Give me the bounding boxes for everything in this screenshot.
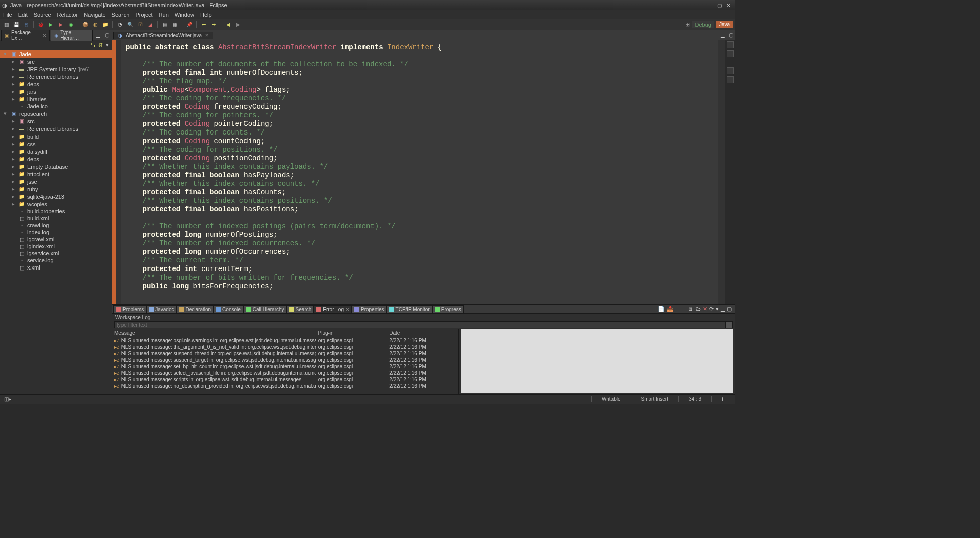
log-row[interactable]: ▸⚠NLS unused message: suspend_thread in:… — [112, 350, 458, 357]
tree-item[interactable]: ▸📁build — [0, 132, 112, 140]
code-editor[interactable]: public abstract class AbstractBitStreamI… — [112, 40, 725, 304]
maximize-view-icon[interactable]: ▢ — [727, 306, 732, 312]
log-row[interactable]: ▸⚠NLS unused message: no_description_pro… — [112, 383, 458, 389]
project-jade[interactable]: ▾▣Jade — [0, 50, 112, 58]
tab-search[interactable]: Search — [287, 305, 314, 313]
tree-item[interactable]: ▸📁jsse — [0, 178, 112, 185]
toggle-breadcrumb-icon[interactable]: ▤ — [161, 21, 169, 29]
tree-item[interactable]: ▸▣src — [0, 117, 112, 125]
tree-item[interactable]: ▸📁wcopies — [0, 200, 112, 208]
project-tree[interactable]: ▾▣Jade▸▣src▸▬JRE System Library [jre6]▸▬… — [0, 49, 112, 394]
tree-item[interactable]: ▫crawl.log — [0, 222, 112, 229]
tab-progress[interactable]: Progress — [432, 305, 464, 313]
coverage-icon[interactable]: ◉ — [67, 21, 75, 29]
tree-item[interactable]: ▸📁sqlite4java-213 — [0, 193, 112, 200]
java-perspective[interactable]: Java — [716, 21, 733, 28]
menu-run[interactable]: Run — [159, 12, 169, 18]
outline-trim-icon[interactable] — [727, 41, 734, 48]
pin-icon[interactable]: 📌 — [185, 21, 193, 29]
tree-item[interactable]: ◫x.xml — [0, 264, 112, 271]
open-type-icon[interactable]: ◔ — [116, 21, 124, 29]
log-row[interactable]: ▸⚠NLS unused message: the_argument_0_is_… — [112, 344, 458, 350]
forward-icon[interactable]: ➡ — [210, 21, 218, 29]
delete-log-icon[interactable]: ✕ — [703, 306, 707, 312]
minimize-view-icon[interactable]: ▁ — [721, 306, 725, 312]
tab-error-log[interactable]: Error Log ✕ — [314, 305, 352, 313]
close-button[interactable]: ✕ — [725, 2, 732, 9]
tab-problems[interactable]: Problems — [113, 305, 146, 313]
maximize-editor-icon[interactable]: ▢ — [727, 31, 735, 39]
open-perspective-icon[interactable]: ⊞ — [685, 21, 690, 28]
maximize-button[interactable]: ▢ — [716, 2, 723, 9]
debug-perspective[interactable]: Debug — [692, 21, 714, 28]
tree-item[interactable]: ▸📁Empty Database — [0, 163, 112, 170]
save-icon[interactable]: 💾 — [12, 21, 20, 29]
tree-item[interactable]: ▸▣src — [0, 58, 112, 65]
tree-item[interactable]: ▸📁deps — [0, 80, 112, 88]
minimize-editor-icon[interactable]: ▁ — [719, 31, 727, 39]
col-date[interactable]: Date — [387, 330, 458, 336]
menu-file[interactable]: File — [3, 12, 12, 18]
editor-tab[interactable]: ◑ AbstractBitStreamIndexWriter.java ✕ — [113, 32, 213, 39]
link-editor-icon[interactable]: ⇵ — [98, 42, 103, 48]
tree-item[interactable]: ▸▬Referenced Libraries — [0, 125, 112, 132]
tree-item[interactable]: ◫lgcrawl.xml — [0, 236, 112, 243]
filter-dropdown-icon[interactable] — [726, 321, 733, 328]
menu-edit[interactable]: Edit — [18, 12, 28, 18]
tab-tcp-ip-monitor[interactable]: TCP/IP Monitor — [387, 305, 432, 313]
code-content[interactable]: public abstract class AbstractBitStreamI… — [121, 40, 718, 304]
tree-item[interactable]: ▫build.properties — [0, 208, 112, 215]
tree-item[interactable]: ▸📁jars — [0, 88, 112, 95]
menu-project[interactable]: Project — [135, 12, 152, 18]
run-ext-icon[interactable]: ▶ — [57, 21, 65, 29]
run-icon[interactable]: ▶ — [47, 21, 55, 29]
close-icon[interactable]: ✕ — [42, 33, 46, 38]
close-icon[interactable]: ✕ — [205, 33, 209, 38]
task-search-icon[interactable]: ◢ — [146, 21, 154, 29]
tree-item[interactable]: ▸▬Referenced Libraries — [0, 73, 112, 80]
new-icon[interactable]: ▥ — [2, 21, 10, 29]
menu-help[interactable]: Help — [200, 12, 212, 18]
minimize-view-icon[interactable]: ▁ — [95, 31, 102, 39]
view-menu-icon[interactable]: ▾ — [716, 306, 719, 312]
tree-item[interactable]: ▫service.log — [0, 257, 112, 264]
log-row[interactable]: ▸⚠NLS unused message: osgi.nls.warnings … — [112, 337, 458, 344]
new-folder-icon[interactable]: 📁 — [101, 21, 109, 29]
tree-item[interactable]: ▸📁libraries — [0, 95, 112, 103]
tree-item[interactable]: ◫build.xml — [0, 215, 112, 222]
collapse-all-icon[interactable]: ⇆ — [91, 42, 95, 48]
tab-javadoc[interactable]: Javadoc — [146, 305, 176, 313]
debug-icon[interactable]: 🐞 — [37, 21, 45, 29]
nav-fwd-icon[interactable]: ▶ — [234, 21, 242, 29]
minimap-trim-icon[interactable] — [727, 67, 734, 74]
tab-package-explorer[interactable]: ▣ Package Ex… ✕ — [1, 30, 50, 41]
menu-source[interactable]: Source — [34, 12, 51, 18]
tree-item[interactable]: ▫Jade.ico — [0, 103, 112, 110]
toggle-mark-icon[interactable]: ▦ — [171, 21, 179, 29]
status-heap-icon[interactable]: ⁞ — [711, 396, 732, 402]
new-package-icon[interactable]: 📦 — [81, 21, 89, 29]
log-row[interactable]: ▸⚠NLS unused message: scripts in: org.ec… — [112, 376, 458, 383]
tree-item[interactable]: ▸📁daisydiff — [0, 148, 112, 155]
open-log-icon[interactable]: 🗁 — [695, 306, 701, 312]
tab-call-hierarchy[interactable]: Call Hierarchy — [243, 305, 287, 313]
read-log-icon[interactable]: ⟳ — [709, 306, 714, 312]
menu-search[interactable]: Search — [112, 12, 130, 18]
minimize-button[interactable]: – — [707, 2, 714, 9]
tab-declaration[interactable]: Declaration — [177, 305, 214, 313]
back-icon[interactable]: ⬅ — [200, 21, 208, 29]
menu-window[interactable]: Window — [175, 12, 194, 18]
tree-item[interactable]: ▸▬JRE System Library [jre6] — [0, 65, 112, 73]
tree-item[interactable]: ◫lgservice.xml — [0, 250, 112, 257]
tab-console[interactable]: Console — [213, 305, 243, 313]
log-row[interactable]: ▸⚠NLS unused message: select_javascript_… — [112, 370, 458, 376]
new-class-icon[interactable]: ◐ — [91, 21, 99, 29]
project-reposearch[interactable]: ▾▣reposearch — [0, 110, 112, 117]
filter-input[interactable] — [114, 321, 726, 328]
log-rows[interactable]: ▸⚠NLS unused message: osgi.nls.warnings … — [112, 337, 458, 389]
tree-item[interactable]: ▸📁css — [0, 140, 112, 148]
view-menu-icon[interactable]: ▾ — [106, 42, 109, 48]
search-icon[interactable]: 🔍 — [126, 21, 134, 29]
task-icon[interactable]: ☑ — [136, 21, 144, 29]
tree-item[interactable]: ▫index.log — [0, 229, 112, 236]
